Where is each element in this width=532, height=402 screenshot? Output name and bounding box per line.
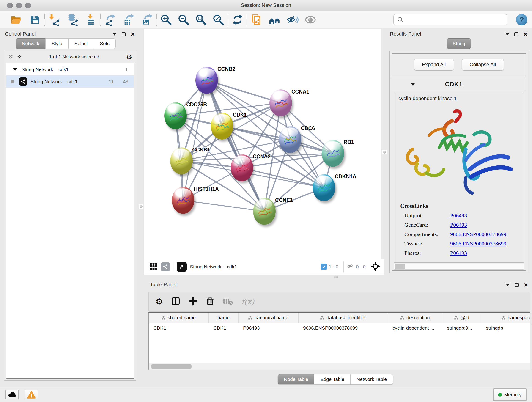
node-CCNB1[interactable] [170,147,193,174]
node-CCNB2[interactable] [196,67,218,94]
edge-CCNB2-HIST1H1A[interactable] [183,80,207,200]
node-CCNA1[interactable] [269,89,292,116]
delete-column-trash-icon[interactable] [206,297,215,307]
export-network-icon[interactable] [103,13,117,27]
column-header-database-identifier[interactable]: database identifier [298,313,388,323]
bottom-splitter-handle[interactable] [334,276,338,279]
warnings-button[interactable] [25,390,38,400]
left-splitter-handle[interactable] [139,204,143,209]
table-cell[interactable]: stringdb [481,323,530,333]
show-all-eye-icon[interactable] [303,13,317,27]
zoom-fit-icon[interactable] [194,13,208,27]
column-header-description[interactable]: description [388,313,443,323]
node-CDC25B[interactable] [164,102,187,129]
network-canvas[interactable]: CCNB2CCNA1CDC25BCDK1CDC6RB1CCNB1CCNA2CDK… [144,29,381,259]
network-share-icon[interactable] [161,262,170,271]
table-cell[interactable]: CDK1 [209,323,239,333]
panel-close-icon[interactable]: × [524,283,528,287]
panel-float-icon[interactable] [514,32,518,36]
zoom-selected-icon[interactable] [211,13,225,27]
node-CDC6[interactable] [279,126,301,153]
show-columns-icon[interactable] [171,297,180,307]
node-RB1[interactable] [322,140,344,167]
import-table-from-file-icon[interactable] [84,13,98,27]
table-cell[interactable]: 9606.ENSP00000378699 [298,323,388,333]
table-toolbar: ⚙ f(x) [148,292,530,312]
import-network-from-database-icon[interactable] [65,13,80,27]
table-cell[interactable]: cyclin-dependent ... [388,323,443,333]
network-row[interactable]: String Network – cdk1 11 48 [6,75,134,88]
table-hscrollbar[interactable] [149,363,530,370]
node-CDKN1A[interactable] [313,174,335,201]
collapse-all-icon[interactable] [8,54,13,60]
table-cell[interactable]: P06493 [239,323,298,333]
export-image-icon[interactable] [140,13,154,27]
expand-all-icon[interactable] [17,54,22,60]
column-header-shared-name[interactable]: shared name [149,313,209,323]
create-column-plus-icon[interactable] [189,297,197,306]
expand-all-button[interactable]: Expand All [414,59,454,70]
memory-button[interactable]: Memory [493,389,526,401]
open-external-icon[interactable] [177,262,187,272]
node-CDK1[interactable] [211,113,233,140]
import-network-from-file-icon[interactable] [47,13,61,27]
column-header-namespac[interactable]: namespac [481,313,530,323]
crosslink-link[interactable]: P06493 [450,212,467,219]
zoom-out-icon[interactable] [177,13,191,27]
panel-close-icon[interactable]: × [131,32,135,36]
tab-node-table[interactable]: Node Table [278,374,314,384]
open-session-icon[interactable] [9,13,23,27]
table-row[interactable]: CDK1CDK1P064939606.ENSP00000378699cyclin… [149,323,530,333]
gene-card-header[interactable]: CDK1 [392,78,526,91]
crosslinks-list: Uniprot:P06493GeneCard:P06493Compartment… [394,212,524,256]
right-splitter-handle[interactable] [382,150,387,154]
crosslink-link[interactable]: 9606.ENSP00000378699 [450,241,506,247]
panel-float-icon[interactable] [515,283,519,287]
zoom-in-icon[interactable] [159,13,173,27]
table-cell[interactable]: CDK1 [149,323,209,333]
crosslink-link[interactable]: P06493 [450,222,467,228]
collapse-card-icon[interactable] [411,83,415,86]
search-networks-icon[interactable] [268,13,282,27]
tab-select[interactable]: Select [68,38,94,49]
pan-crosshair-icon[interactable] [370,261,380,272]
network-type-icon [19,77,27,86]
hide-selected-eye-icon[interactable] [285,13,300,27]
panel-close-icon[interactable]: × [523,32,527,36]
network-collection-row[interactable]: String Network – cdk1 1 [6,63,134,75]
save-session-icon[interactable] [28,13,42,27]
help-button[interactable]: ? [516,14,527,26]
export-table-icon[interactable] [121,13,136,27]
tree-expand-icon[interactable] [13,68,17,71]
cloud-status-button[interactable] [5,390,19,400]
refresh-view-icon[interactable] [230,13,245,27]
tab-sets[interactable]: Sets [94,38,116,49]
node-CCNA2[interactable] [231,154,253,181]
gear-icon[interactable]: ⚙ [126,53,132,60]
open-in-cytoscape-web-icon[interactable] [250,13,264,27]
results-hscrollbar[interactable] [394,264,524,269]
search-input[interactable] [406,14,507,25]
column-header-name[interactable]: name [209,313,239,323]
edge-HIST1H1A-CCNE1[interactable] [183,200,264,211]
panel-menu-icon[interactable] [113,33,117,36]
tab-string[interactable]: String [447,38,472,49]
panel-menu-icon[interactable] [506,283,510,286]
birdseye-grid-icon[interactable] [149,262,158,271]
column-header--id[interactable]: @id [443,313,481,323]
table-options-gear-icon[interactable]: ⚙ [156,298,163,306]
collapse-all-button[interactable]: Collapse All [462,59,504,70]
node-CCNE1[interactable] [253,198,276,225]
tab-style[interactable]: Style [45,38,69,49]
column-header-canonical-name[interactable]: canonical name [239,313,298,323]
panel-float-icon[interactable] [122,32,126,36]
tab-network[interactable]: Network [16,38,46,49]
crosslink-link[interactable]: P06493 [450,250,467,256]
tab-edge-table[interactable]: Edge Table [314,374,351,384]
table-cell[interactable]: stringdb:9... [443,323,481,333]
crosslink-link[interactable]: 9606.ENSP00000378699 [450,231,506,237]
selected-checkbox-icon[interactable] [321,264,327,270]
tab-network-table[interactable]: Network Table [350,374,393,384]
node-HIST1H1A[interactable] [172,187,194,214]
panel-menu-icon[interactable] [505,33,509,36]
